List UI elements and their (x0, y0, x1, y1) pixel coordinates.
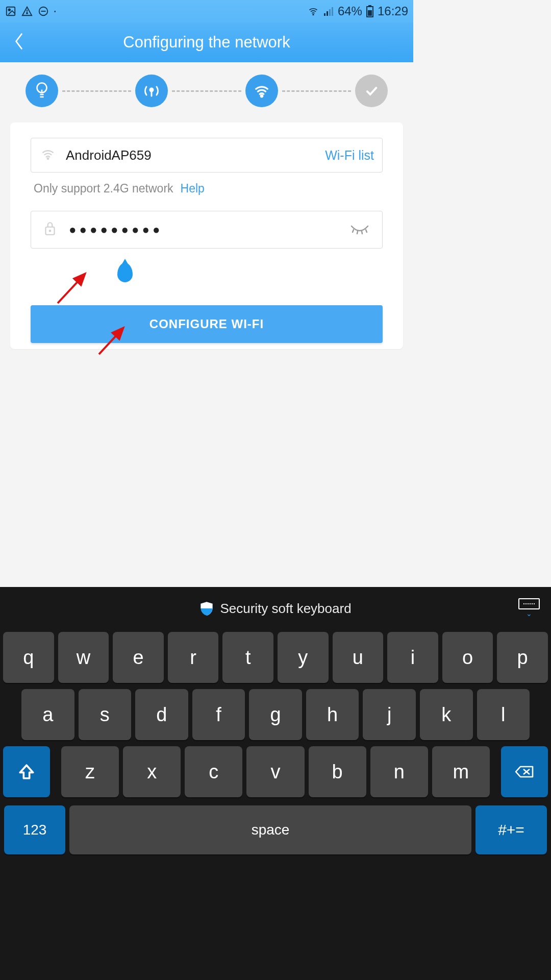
wifi-gray-icon (39, 148, 57, 163)
password-field[interactable]: ●●●●●●●●● (31, 211, 383, 249)
svg-line-28 (58, 274, 85, 303)
keyboard-header: Security soft keyboard ⌄ (0, 587, 413, 630)
step-done-icon (355, 75, 388, 107)
key-a[interactable]: a (21, 689, 74, 735)
key-q[interactable]: q (3, 632, 54, 683)
key-d[interactable]: d (135, 689, 188, 735)
configure-wifi-button[interactable]: CONFIGURE WI-FI (31, 305, 383, 343)
key-r[interactable]: r (168, 632, 219, 683)
back-icon[interactable] (13, 32, 24, 53)
key-w[interactable]: w (58, 632, 109, 683)
help-link[interactable]: Help (181, 182, 205, 195)
annotation-arrow-icon (54, 266, 94, 307)
status-bar: • 64% 16:29 (0, 0, 413, 22)
svg-rect-13 (368, 10, 372, 16)
battery-pct-label: 64% (338, 4, 362, 18)
svg-point-20 (261, 95, 263, 97)
svg-rect-9 (329, 9, 331, 16)
key-s[interactable]: s (79, 689, 132, 735)
shield-icon (199, 601, 214, 616)
key-j[interactable]: j (363, 689, 413, 735)
ssid-value: AndroidAP659 (66, 148, 316, 163)
content-area: AndroidAP659 Wi-Fi list Only support 2.4… (0, 62, 413, 342)
key-h[interactable]: h (306, 689, 359, 735)
ssid-field[interactable]: AndroidAP659 Wi-Fi list (31, 138, 383, 173)
key-t[interactable]: t (222, 632, 273, 683)
step-wifi-icon (245, 75, 278, 107)
svg-line-24 (353, 230, 354, 232)
svg-rect-8 (327, 11, 328, 16)
keyboard-row-1: q w e r t y u i o p (3, 632, 413, 683)
lock-icon (43, 220, 57, 239)
key-g[interactable]: g (249, 689, 302, 735)
text-cursor-handle-icon[interactable] (117, 263, 133, 282)
wifi-icon (307, 6, 319, 16)
progress-steps (26, 75, 388, 107)
svg-rect-7 (324, 13, 325, 16)
svg-line-26 (362, 231, 362, 234)
soft-keyboard: Security soft keyboard ⌄ q w e r t y u i… (0, 587, 413, 735)
clock-label: 16:29 (378, 4, 408, 18)
svg-rect-10 (332, 7, 333, 16)
wifi-list-link[interactable]: Wi-Fi list (325, 148, 374, 163)
svg-line-25 (357, 231, 358, 234)
key-y[interactable]: y (278, 632, 329, 683)
dot-icon: • (54, 9, 56, 14)
keyboard-row-2: a s d f g h j k l (3, 689, 413, 735)
battery-icon (366, 5, 373, 17)
configure-wifi-label: CONFIGURE WI-FI (149, 317, 264, 331)
key-f[interactable]: f (192, 689, 245, 735)
app-header: Configuring the network (0, 22, 413, 62)
keyboard-header-label: Security soft keyboard (220, 601, 351, 617)
key-i[interactable]: i (387, 632, 413, 683)
triangle-warning-icon (21, 6, 33, 17)
key-e[interactable]: e (113, 632, 164, 683)
step-bulb-icon (26, 75, 58, 107)
page-title: Configuring the network (0, 33, 413, 52)
svg-rect-0 (7, 7, 15, 16)
svg-point-21 (47, 158, 49, 159)
svg-point-2 (27, 13, 28, 14)
svg-point-1 (8, 9, 10, 11)
svg-line-27 (366, 230, 367, 232)
key-u[interactable]: u (333, 632, 384, 683)
do-not-disturb-icon (38, 6, 49, 17)
network-hint: Only support 2.4G network (34, 182, 173, 195)
eye-closed-icon[interactable] (349, 223, 370, 236)
svg-point-23 (49, 230, 51, 232)
picture-icon (5, 6, 16, 17)
wifi-config-card: AndroidAP659 Wi-Fi list Only support 2.4… (10, 122, 403, 349)
password-masked-value: ●●●●●●●●● (69, 223, 337, 237)
svg-point-6 (313, 14, 314, 15)
cellular-signal-icon (323, 6, 334, 16)
step-broadcast-icon (135, 75, 168, 107)
